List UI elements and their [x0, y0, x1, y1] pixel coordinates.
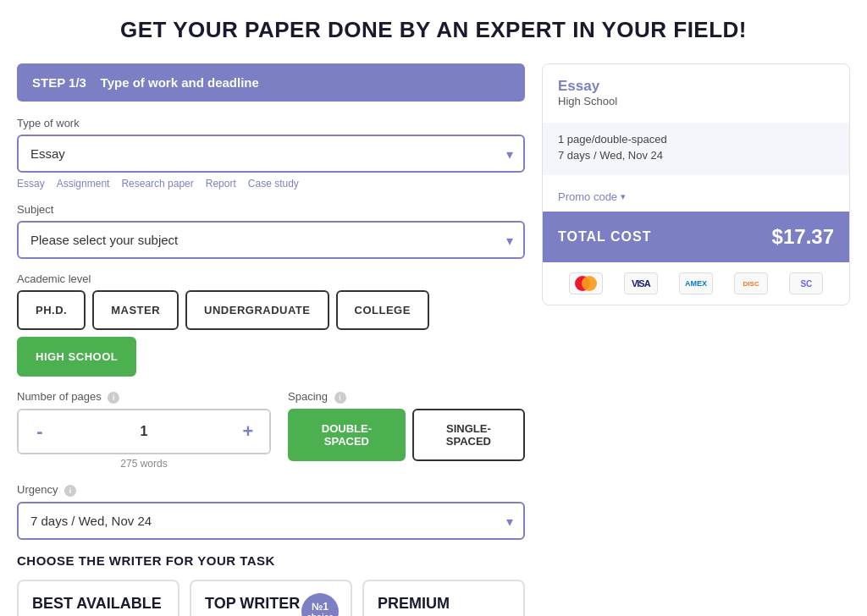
urgency-select[interactable]: 7 days / Wed, Nov 24 3 days 24 hours 12 … — [17, 502, 525, 540]
step-header: STEP 1/3 Type of work and deadline — [17, 63, 525, 102]
order-summary-panel: Essay High School 1 page/double-spaced 7… — [542, 63, 850, 305]
spacing-single[interactable]: SINGLE-SPACED — [412, 409, 525, 461]
promo-code-chevron-icon: ▾ — [621, 191, 626, 202]
academic-level-buttons: PH.D. MASTER UNDERGRADUATE COLLEGE HIGH … — [17, 290, 525, 377]
level-high-school[interactable]: HIGH SCHOOL — [17, 337, 136, 377]
mastercard-icon — [569, 272, 603, 294]
order-details: 1 page/double-spaced 7 days / Wed, Nov 2… — [543, 123, 849, 175]
quick-links: Essay Assignment Research paper Report C… — [17, 178, 525, 190]
pages-counter: - 1 + — [17, 409, 271, 454]
writer-section: CHOOSE THE WRITER FOR YOUR TASK BEST AVA… — [17, 553, 525, 616]
form-panel: STEP 1/3 Type of work and deadline Type … — [17, 63, 525, 616]
amex-icon: AMEX — [679, 272, 713, 294]
payment-icons-row: VISA AMEX DISC SC — [543, 262, 849, 305]
step-description: Type of work and deadline — [101, 75, 259, 90]
level-undergraduate[interactable]: UNDERGRADUATE — [185, 290, 329, 330]
total-cost-bar: TOTAL COST $17.37 — [543, 212, 849, 262]
spacing-group: Spacing i DOUBLE-SPACED SINGLE-SPACED — [288, 390, 525, 461]
subject-select[interactable]: Please select your subject — [17, 221, 525, 259]
level-college[interactable]: COLLEGE — [336, 290, 429, 330]
type-of-work-label: Type of work — [17, 117, 525, 129]
urgency-select-wrapper: 7 days / Wed, Nov 24 3 days 24 hours 12 … — [17, 502, 525, 540]
promo-code-row[interactable]: Promo code ▾ — [543, 182, 849, 212]
total-cost-label: TOTAL COST — [558, 229, 651, 245]
pages-minus-button[interactable]: - — [19, 410, 61, 453]
urgency-group: Urgency i 7 days / Wed, Nov 24 3 days 24… — [17, 483, 525, 540]
svg-point-1 — [582, 276, 597, 291]
pages-spacing-row: Number of pages i - 1 + 275 words Spacin… — [17, 390, 525, 483]
order-detail-urgency: 7 days / Wed, Nov 24 — [558, 149, 834, 162]
academic-level-label: Academic level — [17, 272, 525, 285]
pages-plus-button[interactable]: + — [227, 410, 269, 453]
promo-code-label: Promo code — [558, 190, 617, 203]
quick-link-essay[interactable]: Essay — [17, 178, 45, 190]
subject-label: Subject — [17, 203, 525, 216]
quick-link-assignment[interactable]: Assignment — [57, 178, 110, 190]
writer-section-title: CHOOSE THE WRITER FOR YOUR TASK — [17, 553, 525, 568]
words-hint: 275 words — [17, 458, 271, 470]
quick-link-case-study[interactable]: Case study — [248, 178, 299, 190]
step-number: STEP 1/3 — [32, 75, 86, 90]
writer-card-top[interactable]: №1 choice TOP WRITER + $5.21 per page — [190, 580, 352, 616]
page-title: GET YOUR PAPER DONE BY AN EXPERT IN YOUR… — [17, 17, 850, 43]
subject-select-wrapper: Please select your subject — [17, 221, 525, 259]
pages-value: 1 — [61, 424, 227, 439]
stripe-icon: SC — [789, 272, 823, 294]
order-detail-pages: 1 page/double-spaced — [558, 133, 834, 146]
type-of-work-select-wrapper: Essay Assignment Research paper Report C… — [17, 135, 525, 173]
writer-premium-title: PREMIUM WRITER — [378, 595, 510, 616]
total-cost-value: $17.37 — [772, 225, 834, 249]
writer-cards: BEST AVAILABLE Free №1 choice TOP WRITER… — [17, 580, 525, 616]
subject-group: Subject Please select your subject — [17, 203, 525, 259]
pages-label: Number of pages i — [17, 390, 271, 404]
level-master[interactable]: MASTER — [92, 290, 179, 330]
spacing-buttons: DOUBLE-SPACED SINGLE-SPACED — [288, 409, 525, 461]
spacing-label: Spacing i — [288, 390, 525, 404]
urgency-info-icon: i — [64, 485, 76, 497]
order-summary-header: Essay High School — [543, 64, 849, 116]
visa-icon: VISA — [624, 272, 658, 294]
writer-card-best[interactable]: BEST AVAILABLE Free — [17, 580, 179, 616]
order-title: Essay — [558, 78, 834, 95]
level-phd[interactable]: PH.D. — [17, 290, 86, 330]
order-subtitle: High School — [558, 95, 834, 107]
type-of-work-select[interactable]: Essay Assignment Research paper Report C… — [17, 135, 525, 173]
discover-icon: DISC — [734, 272, 768, 294]
academic-level-group: Academic level PH.D. MASTER UNDERGRADUAT… — [17, 272, 525, 377]
quick-link-report[interactable]: Report — [206, 178, 236, 190]
writer-best-title: BEST AVAILABLE — [32, 595, 164, 613]
spacing-info-icon: i — [334, 392, 346, 404]
quick-link-research[interactable]: Research paper — [121, 178, 193, 190]
spacing-double[interactable]: DOUBLE-SPACED — [288, 409, 406, 461]
writer-card-premium[interactable]: PREMIUM WRITER + $10.42 per page — [362, 580, 525, 616]
pages-group: Number of pages i - 1 + 275 words — [17, 390, 271, 470]
urgency-label: Urgency i — [17, 483, 525, 497]
main-layout: STEP 1/3 Type of work and deadline Type … — [17, 63, 850, 616]
pages-info-icon: i — [108, 392, 119, 404]
type-of-work-group: Type of work Essay Assignment Research p… — [17, 117, 525, 190]
